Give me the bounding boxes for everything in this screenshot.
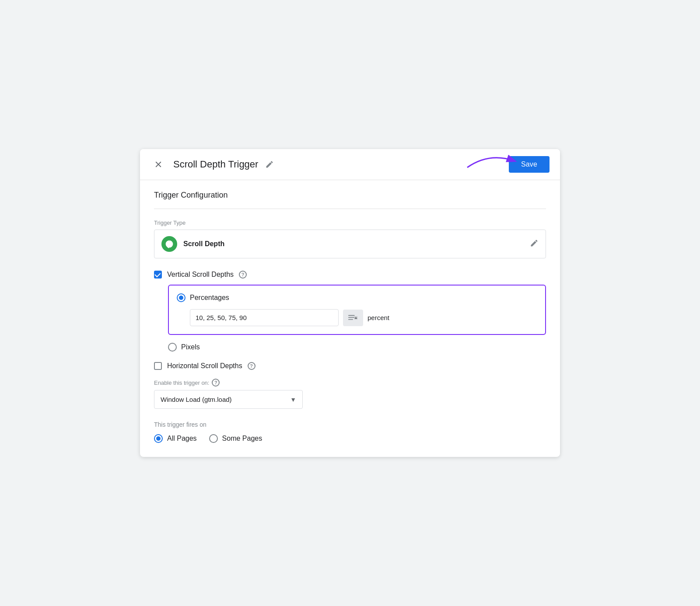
percentages-input[interactable] (190, 309, 339, 326)
percentages-input-row: percent (190, 309, 537, 326)
vertical-scroll-row: Vertical Scroll Depths ? (154, 271, 546, 279)
vertical-scroll-help-icon[interactable]: ? (239, 271, 247, 279)
percentages-radio-row: Percentages (177, 293, 537, 302)
percentages-section: Percentages percent (168, 285, 546, 335)
enable-trigger-dropdown[interactable]: Window Load (gtm.load) ▼ (154, 390, 303, 409)
pixels-radio[interactable] (168, 343, 177, 352)
all-pages-radio[interactable] (154, 434, 163, 443)
pixels-radio-row: Pixels (168, 343, 546, 352)
add-variable-icon (348, 313, 358, 323)
trigger-type-name: Scroll Depth (183, 240, 224, 248)
enable-trigger-value: Window Load (gtm.load) (161, 396, 232, 403)
horizontal-scroll-checkbox[interactable] (154, 362, 162, 370)
svg-rect-1 (348, 317, 355, 318)
horizontal-scroll-help-icon[interactable]: ? (248, 362, 256, 370)
vertical-scroll-checkbox[interactable] (154, 271, 162, 279)
trigger-type-label: Trigger Type (154, 219, 546, 226)
content: Trigger Configuration Trigger Type Scrol… (140, 180, 560, 457)
add-variable-button[interactable] (343, 310, 363, 326)
percentages-radio[interactable] (177, 293, 186, 302)
all-pages-label: All Pages (167, 435, 197, 442)
trigger-type-box[interactable]: Scroll Depth (154, 230, 546, 258)
svg-rect-0 (348, 315, 355, 316)
enable-trigger-text: Enable this trigger on: (154, 380, 209, 386)
some-pages-option: Some Pages (209, 434, 262, 443)
trigger-type-left: Scroll Depth (161, 236, 224, 252)
page-title: Scroll Depth Trigger (173, 159, 258, 170)
some-pages-label: Some Pages (222, 435, 262, 442)
save-button[interactable]: Save (509, 156, 550, 173)
enable-trigger-label: Enable this trigger on: ? (154, 379, 546, 387)
crosshair-svg (165, 240, 174, 248)
horizontal-scroll-label: Horizontal Scroll Depths (167, 362, 242, 370)
edit-trigger-type-icon[interactable] (530, 239, 539, 250)
dropdown-arrow-icon: ▼ (290, 396, 296, 403)
horizontal-scroll-row: Horizontal Scroll Depths ? (154, 362, 546, 370)
all-pages-option: All Pages (154, 434, 197, 443)
percentages-label: Percentages (190, 294, 229, 302)
percent-unit-label: percent (368, 314, 389, 321)
close-button[interactable] (150, 157, 166, 172)
header-right: Save (509, 156, 550, 173)
svg-rect-5 (355, 318, 357, 319)
rename-icon[interactable] (265, 160, 274, 169)
fire-options: All Pages Some Pages (154, 434, 546, 443)
vertical-scroll-label: Vertical Scroll Depths (167, 271, 234, 279)
main-panel: Scroll Depth Trigger Save Trigger Confi (140, 149, 560, 457)
enable-trigger-help-icon[interactable]: ? (212, 379, 220, 387)
some-pages-radio[interactable] (209, 434, 218, 443)
fire-on-label: This trigger fires on (154, 421, 546, 428)
scroll-depth-icon (161, 236, 177, 252)
section-title: Trigger Configuration (154, 191, 546, 200)
header: Scroll Depth Trigger Save (140, 149, 560, 180)
svg-rect-2 (348, 319, 353, 320)
pixels-label: Pixels (181, 343, 200, 351)
header-left: Scroll Depth Trigger (150, 157, 274, 172)
section-divider (154, 209, 546, 209)
